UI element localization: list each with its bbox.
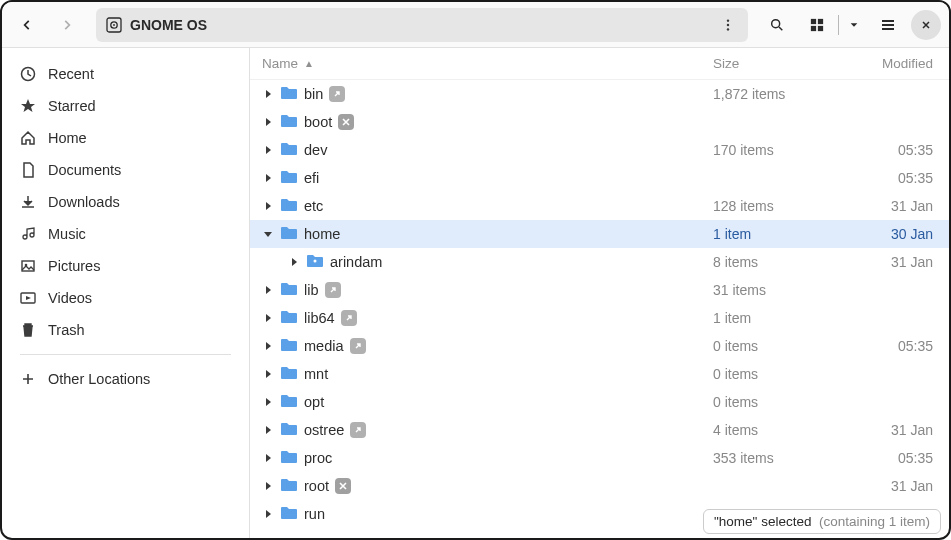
file-row[interactable]: lib641 item xyxy=(250,304,949,332)
expander-closed-icon[interactable] xyxy=(262,424,274,436)
file-row[interactable]: mnt0 items xyxy=(250,360,949,388)
file-name: opt xyxy=(304,394,324,410)
file-pane: Name ▲ Size Modified bin1,872 itemsbootd… xyxy=(250,48,949,538)
svg-rect-7 xyxy=(811,18,816,23)
grid-view-button[interactable] xyxy=(800,8,834,42)
expander-closed-icon[interactable] xyxy=(262,172,274,184)
folder-icon xyxy=(280,448,298,469)
file-name: lib xyxy=(304,282,319,298)
sidebar-item-videos[interactable]: Videos xyxy=(8,282,243,314)
file-name: arindam xyxy=(330,254,382,270)
file-modified: 05:35 xyxy=(833,338,933,354)
file-row[interactable]: efi05:35 xyxy=(250,164,949,192)
file-row[interactable]: etc128 items31 Jan xyxy=(250,192,949,220)
hamburger-menu-button[interactable] xyxy=(871,8,905,42)
file-name: home xyxy=(304,226,340,242)
expander-closed-icon[interactable] xyxy=(262,200,274,212)
file-name-cell: etc xyxy=(262,196,713,217)
file-row[interactable]: proc353 items05:35 xyxy=(250,444,949,472)
expander-closed-icon[interactable] xyxy=(262,452,274,464)
file-name-cell: root xyxy=(262,476,713,497)
sidebar-item-music[interactable]: Music xyxy=(8,218,243,250)
file-row[interactable]: lib31 items xyxy=(250,276,949,304)
column-header-modified[interactable]: Modified xyxy=(833,56,933,71)
sidebar-item-downloads[interactable]: Downloads xyxy=(8,186,243,218)
folder-icon xyxy=(280,196,298,217)
file-size: 170 items xyxy=(713,142,833,158)
folder-icon xyxy=(280,140,298,161)
file-name-cell: opt xyxy=(262,392,713,413)
sidebar-item-other-locations[interactable]: Other Locations xyxy=(8,363,243,395)
sort-indicator-asc-icon: ▲ xyxy=(304,58,314,69)
expander-closed-icon[interactable] xyxy=(262,480,274,492)
view-separator xyxy=(838,15,839,35)
file-row[interactable]: root31 Jan xyxy=(250,472,949,500)
sidebar-item-label: Pictures xyxy=(48,258,100,274)
file-row[interactable]: arindam8 items31 Jan xyxy=(250,248,949,276)
file-size: 1 item xyxy=(713,310,833,326)
expander-closed-icon[interactable] xyxy=(288,256,300,268)
file-modified: 31 Jan xyxy=(833,198,933,214)
file-row[interactable]: boot xyxy=(250,108,949,136)
column-header-label: Name xyxy=(262,56,298,71)
back-button[interactable] xyxy=(10,8,44,42)
pathbar[interactable]: GNOME OS xyxy=(96,8,748,42)
file-row[interactable]: opt0 items xyxy=(250,388,949,416)
expander-closed-icon[interactable] xyxy=(262,340,274,352)
sidebar-item-home[interactable]: Home xyxy=(8,122,243,154)
svg-point-4 xyxy=(727,23,729,25)
file-modified: 05:35 xyxy=(833,450,933,466)
file-name: proc xyxy=(304,450,332,466)
expander-closed-icon[interactable] xyxy=(262,396,274,408)
svg-point-3 xyxy=(727,19,729,21)
file-row[interactable]: dev170 items05:35 xyxy=(250,136,949,164)
file-name: bin xyxy=(304,86,323,102)
file-name: etc xyxy=(304,198,323,214)
expander-closed-icon[interactable] xyxy=(262,88,274,100)
noaccess-badge-icon xyxy=(338,114,354,130)
file-size: 0 items xyxy=(713,394,833,410)
sidebar-item-documents[interactable]: Documents xyxy=(8,154,243,186)
symlink-badge-icon xyxy=(329,86,345,102)
sidebar-item-trash[interactable]: Trash xyxy=(8,314,243,346)
file-name: efi xyxy=(304,170,319,186)
folder-icon xyxy=(280,308,298,329)
search-button[interactable] xyxy=(760,8,794,42)
pathbar-menu-button[interactable] xyxy=(718,15,738,35)
view-dropdown-button[interactable] xyxy=(843,8,865,42)
file-row[interactable]: home1 item30 Jan xyxy=(250,220,949,248)
file-row[interactable]: ostree4 items31 Jan xyxy=(250,416,949,444)
expander-closed-icon[interactable] xyxy=(262,116,274,128)
sidebar-item-label: Trash xyxy=(48,322,85,338)
sidebar-item-recent[interactable]: Recent xyxy=(8,58,243,90)
file-name-cell: dev xyxy=(262,140,713,161)
folder-icon xyxy=(306,252,324,273)
file-row[interactable]: bin1,872 items xyxy=(250,80,949,108)
symlink-badge-icon xyxy=(350,422,366,438)
file-size: 1,872 items xyxy=(713,86,833,102)
sidebar-item-label: Starred xyxy=(48,98,96,114)
expander-closed-icon[interactable] xyxy=(262,312,274,324)
sidebar-item-label: Home xyxy=(48,130,87,146)
folder-icon xyxy=(280,420,298,441)
content: Recent Starred Home Documents Downloads … xyxy=(2,48,949,538)
sidebar-item-label: Recent xyxy=(48,66,94,82)
sidebar-item-pictures[interactable]: Pictures xyxy=(8,250,243,282)
close-button[interactable] xyxy=(911,10,941,40)
svg-point-2 xyxy=(113,24,115,26)
expander-open-icon[interactable] xyxy=(262,228,274,240)
column-header-size[interactable]: Size xyxy=(713,56,833,71)
file-row[interactable]: media0 items05:35 xyxy=(250,332,949,360)
column-header-name[interactable]: Name ▲ xyxy=(262,56,713,71)
expander-closed-icon[interactable] xyxy=(262,368,274,380)
forward-button[interactable] xyxy=(50,8,84,42)
sidebar-item-label: Other Locations xyxy=(48,371,150,387)
expander-closed-icon[interactable] xyxy=(262,284,274,296)
file-modified: 30 Jan xyxy=(833,226,933,242)
expander-closed-icon[interactable] xyxy=(262,508,274,520)
expander-closed-icon[interactable] xyxy=(262,144,274,156)
sidebar-item-starred[interactable]: Starred xyxy=(8,90,243,122)
svg-point-5 xyxy=(727,28,729,30)
file-size: 128 items xyxy=(713,198,833,214)
file-name: root xyxy=(304,478,329,494)
